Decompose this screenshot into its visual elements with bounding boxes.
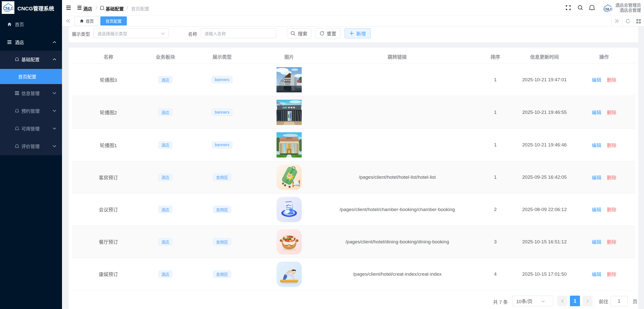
svg-text:CNLG: CNLG — [603, 7, 612, 11]
svg-text:CNLG: CNLG — [3, 6, 13, 11]
